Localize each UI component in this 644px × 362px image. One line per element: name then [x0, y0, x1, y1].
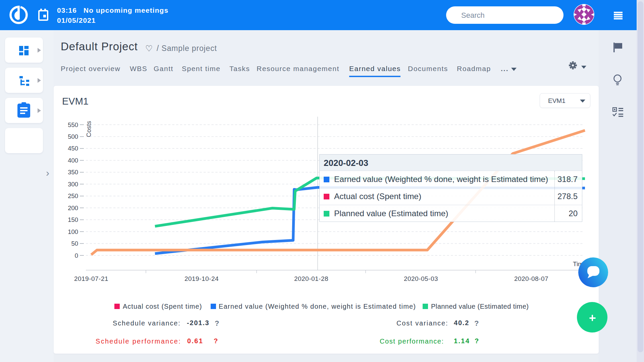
- svg-text:500: 500: [68, 133, 78, 140]
- svg-text:2020-01-28: 2020-01-28: [294, 275, 328, 282]
- svg-text:200: 200: [68, 204, 78, 212]
- svg-text:Costs: Costs: [85, 121, 92, 137]
- svg-text:50: 50: [71, 240, 78, 247]
- svg-text:550: 550: [68, 121, 78, 128]
- svg-text:100: 100: [68, 228, 78, 235]
- svg-text:350: 350: [68, 169, 78, 176]
- svg-text:2020-08-07: 2020-08-07: [514, 275, 548, 282]
- svg-text:300: 300: [68, 181, 78, 188]
- svg-text:450: 450: [68, 145, 78, 152]
- svg-text:2019-10-24: 2019-10-24: [184, 275, 219, 282]
- svg-text:150: 150: [68, 216, 78, 223]
- svg-text:400: 400: [68, 157, 78, 164]
- svg-text:0: 0: [75, 252, 78, 259]
- svg-text:2020-05-03: 2020-05-03: [404, 275, 438, 282]
- svg-text:2019-07-21: 2019-07-21: [74, 275, 108, 282]
- svg-text:250: 250: [68, 192, 78, 199]
